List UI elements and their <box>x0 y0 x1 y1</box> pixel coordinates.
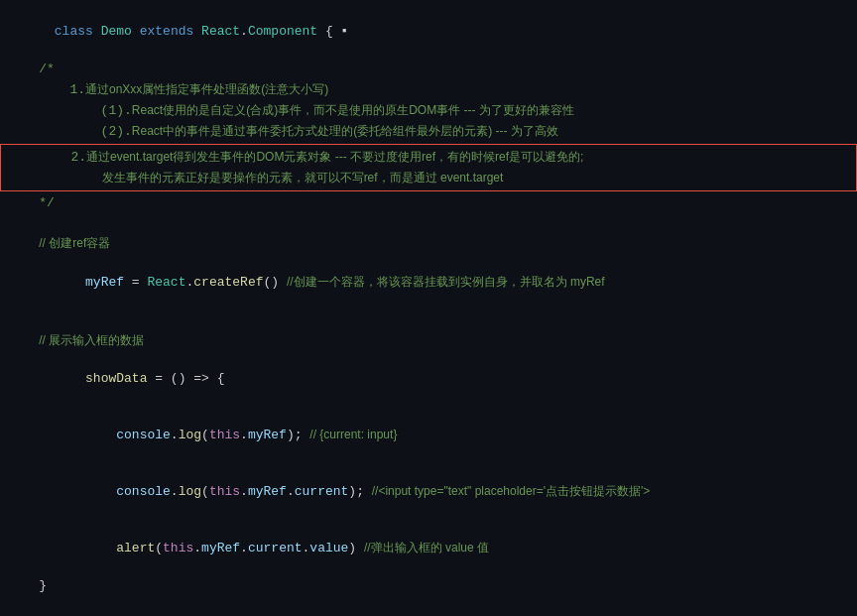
code-line: } <box>0 576 857 596</box>
code-line: myRef = React.createRef() //创建一个容器，将该容器挂… <box>0 254 857 310</box>
code-line: showData = () => { <box>0 351 857 407</box>
code-line: console.log(this.myRef); // {current: in… <box>0 407 857 463</box>
code-line <box>0 310 857 330</box>
code-line: // 创建ref容器 <box>0 233 857 254</box>
code-editor: class Demo extends React.Component { ▪ /… <box>0 0 857 616</box>
code-line: /* <box>0 60 857 79</box>
code-line: (1).React使用的是自定义(合成)事件，而不是使用的原生DOM事件 ---… <box>0 100 857 121</box>
code-line: 2.通过event.target得到发生事件的DOM元素对象 --- 不要过度使… <box>1 147 856 168</box>
code-line: class Demo extends React.Component { ▪ <box>0 4 857 60</box>
code-line: alert(this.myRef.current.value) //弹出输入框的… <box>0 520 857 576</box>
highlight-block-1: 2.通过event.target得到发生事件的DOM元素对象 --- 不要过度使… <box>0 144 857 191</box>
code-line: console.log(this.myRef.current); //<inpu… <box>0 463 857 520</box>
code-line: 1.通过onXxx属性指定事件处理函数(注意大小写) <box>0 79 857 100</box>
code-line <box>0 596 857 616</box>
code-line: (2).React中的事件是通过事件委托方式处理的(委托给组件最外层的元素) -… <box>0 121 857 142</box>
code-line: // 展示输入框的数据 <box>0 330 857 351</box>
code-line: */ <box>0 193 857 213</box>
code-line <box>0 213 857 233</box>
code-line: 发生事件的元素正好是要操作的元素，就可以不写ref，而是通过 event.tar… <box>1 168 856 188</box>
